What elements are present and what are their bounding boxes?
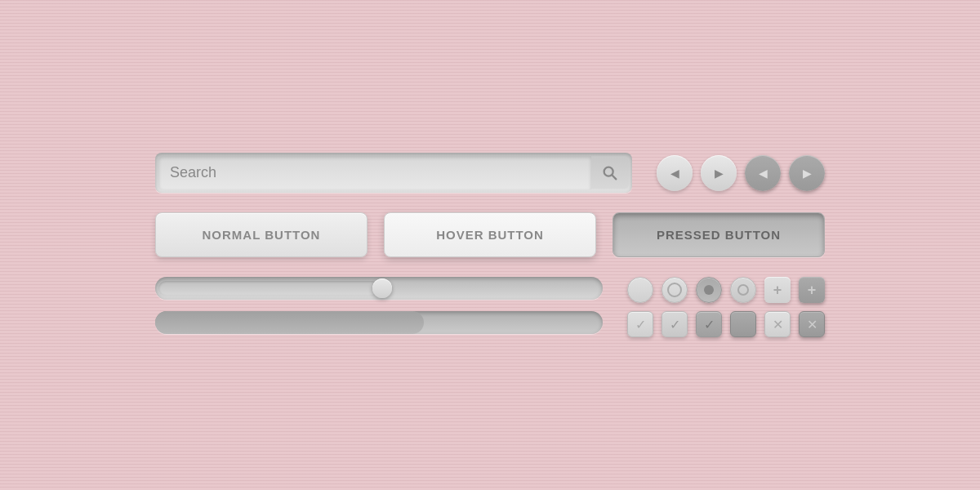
slider-thumb[interactable]: [372, 278, 392, 298]
row-buttons: NORMAL BUTTON HOVER BUTTON PRESSED BUTTO…: [155, 212, 825, 257]
sliders-column: [155, 277, 603, 334]
checkbox-check-dark[interactable]: ✓: [696, 311, 722, 337]
nav-left-dark[interactable]: ◀: [745, 155, 781, 191]
nav-right-dark[interactable]: ▶: [789, 155, 825, 191]
radio-dot[interactable]: [730, 277, 756, 303]
nav-right-light[interactable]: ▶: [701, 155, 737, 191]
normal-button[interactable]: NORMAL BUTTON: [155, 212, 368, 257]
nav-buttons: ◀ ▶ ◀ ▶: [657, 155, 825, 191]
row-search-nav: ◀ ▶ ◀ ▶: [155, 153, 825, 193]
ui-kit-container: ◀ ▶ ◀ ▶ NORMAL BUTTON HOVER BUTTON PRESS…: [122, 120, 858, 370]
pressed-button[interactable]: PRESSED BUTTON: [612, 212, 825, 257]
svg-line-1: [612, 175, 616, 179]
checkbox-check-mid[interactable]: ✓: [662, 311, 688, 337]
plus-button-dark[interactable]: +: [799, 277, 825, 303]
radio-filled[interactable]: [696, 277, 722, 303]
search-box: [155, 153, 632, 193]
radio-ring[interactable]: [662, 277, 688, 303]
plus-button-light[interactable]: +: [764, 277, 791, 303]
row-sliders-controls: + + ✓ ✓ ✓ ✕ ✕: [155, 277, 825, 337]
progress-fill: [155, 311, 424, 334]
hover-button[interactable]: HOVER BUTTON: [384, 212, 596, 257]
radio-empty[interactable]: [627, 277, 653, 303]
slider-track[interactable]: [155, 277, 603, 300]
checkbox-square[interactable]: [730, 311, 756, 337]
checkbox-x-dark[interactable]: ✕: [799, 311, 825, 337]
radio-row: + +: [627, 277, 825, 303]
search-input[interactable]: [158, 156, 591, 189]
search-button[interactable]: [591, 158, 629, 189]
controls-column: + + ✓ ✓ ✓ ✕ ✕: [627, 277, 825, 337]
nav-left-light[interactable]: ◀: [657, 155, 693, 191]
progress-track: [155, 311, 603, 334]
checkbox-row: ✓ ✓ ✓ ✕ ✕: [627, 311, 825, 337]
checkbox-x-light[interactable]: ✕: [764, 311, 791, 337]
checkbox-check-light[interactable]: ✓: [627, 311, 653, 337]
slider-fill: [158, 281, 379, 296]
search-icon: [601, 164, 619, 182]
